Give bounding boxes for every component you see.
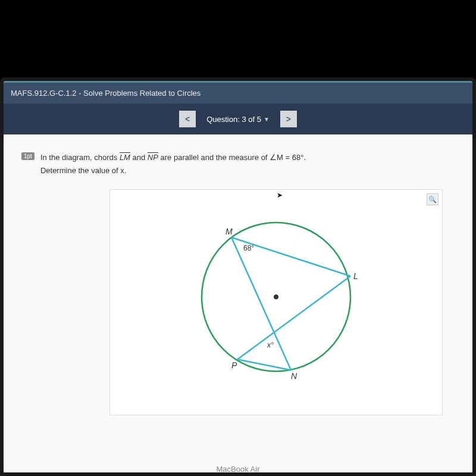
- qtext-1: In the diagram, chords: [40, 153, 120, 162]
- cursor-icon: ➤: [277, 191, 283, 199]
- question-text: In the diagram, chords LM and NP are par…: [40, 151, 306, 177]
- screen: MAFS.912.G-C.1.2 - Solve Problems Relate…: [4, 81, 472, 472]
- circle-diagram: M L P N 68° x°: [175, 202, 377, 392]
- chevron-right-icon: >: [286, 114, 291, 124]
- chord-ml: [231, 237, 350, 276]
- circle-center: [274, 295, 278, 299]
- question-counter-text: Question: 3 of 5: [206, 115, 261, 124]
- question-row: 1pt In the diagram, chords LM and NP are…: [21, 151, 455, 177]
- next-question-button[interactable]: >: [280, 111, 297, 127]
- black-background-top: [0, 0, 476, 77]
- page-title: MAFS.912.G-C.1.2 - Solve Problems Relate…: [11, 89, 201, 98]
- label-m: M: [226, 227, 233, 236]
- chevron-down-icon: ▼: [264, 116, 270, 123]
- question-content: 1pt In the diagram, chords LM and NP are…: [4, 134, 472, 432]
- angle-m-label: 68°: [243, 244, 254, 252]
- device-label: MacBook Air: [217, 465, 260, 474]
- label-n: N: [291, 371, 298, 381]
- chevron-left-icon: <: [185, 114, 190, 124]
- chord-np: NP: [148, 153, 158, 162]
- question-nav-bar: < Question: 3 of 5 ▼ >: [4, 104, 472, 134]
- prev-question-button[interactable]: <: [179, 111, 196, 127]
- line-mn: [231, 237, 291, 370]
- label-l: L: [353, 271, 358, 281]
- label-p: P: [231, 361, 237, 370]
- device-frame: MAFS.912.G-C.1.2 - Solve Problems Relate…: [0, 77, 476, 476]
- points-badge: 1pt: [21, 152, 35, 160]
- question-counter[interactable]: Question: 3 of 5 ▼: [206, 115, 270, 124]
- qtext-2: and: [130, 153, 148, 162]
- qtext-line2: Determine the value of x.: [40, 166, 127, 175]
- title-bar: MAFS.912.G-C.1.2 - Solve Problems Relate…: [4, 81, 472, 104]
- qtext-3: are parallel and the measure of ∠M = 68°…: [158, 153, 306, 162]
- chord-lm: LM: [120, 153, 130, 162]
- zoom-icon: 🔍: [428, 196, 437, 203]
- diagram-container: ➤ 🔍 M L P N 68°: [109, 189, 443, 415]
- angle-x-label: x°: [267, 341, 274, 349]
- zoom-button[interactable]: 🔍: [427, 193, 439, 205]
